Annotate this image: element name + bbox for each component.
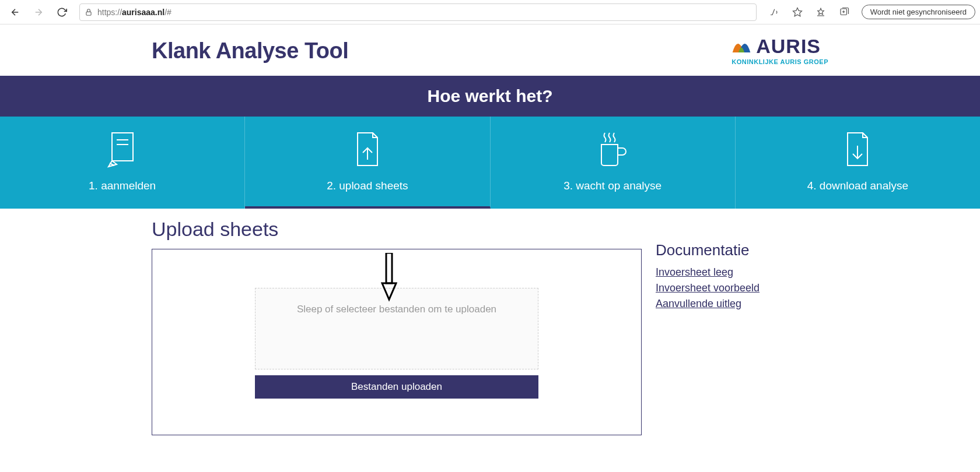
coffee-wait-icon (491, 129, 735, 170)
step-label: 2. upload sheets (245, 179, 489, 192)
dropzone-text: Sleep of selecteer bestanden om te uploa… (297, 304, 496, 315)
svg-rect-7 (112, 133, 133, 161)
docs-links: Invoersheet leeg Invoersheet voorbeeld A… (656, 266, 828, 310)
back-button[interactable] (5, 2, 26, 23)
lock-icon (85, 8, 93, 16)
logo-mark-icon (732, 37, 751, 55)
steps-row: 1. aanmelden 2. upload sheets 3. wacht o… (0, 117, 980, 209)
signup-sheet-icon (0, 129, 244, 170)
svg-rect-0 (86, 12, 91, 15)
download-file-icon (736, 129, 980, 170)
step-download-analyse[interactable]: 4. download analyse (736, 117, 980, 209)
step-label: 1. aanmelden (0, 179, 244, 192)
main-content: Upload sheets Sleep of selecteer bestand… (0, 209, 980, 459)
doc-link-aanvullende-uitleg[interactable]: Aanvullende uitleg (656, 298, 828, 310)
upload-section-title: Upload sheets (152, 218, 642, 241)
step-label: 3. wacht op analyse (491, 179, 735, 192)
svg-marker-2 (818, 8, 824, 15)
step-aanmelden[interactable]: 1. aanmelden (0, 117, 245, 209)
address-bar[interactable]: https://aurisaaa.nl/# (79, 3, 757, 21)
forward-button[interactable] (28, 2, 49, 23)
favorites-menu-icon[interactable] (810, 2, 831, 23)
howto-banner: Hoe werkt het? (0, 76, 980, 117)
read-aloud-icon[interactable] (764, 2, 785, 23)
step-wacht-analyse[interactable]: 3. wacht op analyse (491, 117, 736, 209)
svg-rect-12 (386, 253, 392, 283)
sync-status[interactable]: Wordt niet gesynchroniseerd (862, 5, 975, 19)
url-text: https://aurisaaa.nl/# (97, 8, 172, 17)
favorite-star-icon[interactable] (787, 2, 808, 23)
refresh-button[interactable] (51, 2, 72, 23)
logo-word: AURIS (756, 36, 821, 56)
step-label: 4. download analyse (736, 179, 980, 192)
logo-subtitle: KONINKLIJKE AURIS GROEP (732, 58, 828, 65)
page-title: Klank Analyse Tool (152, 38, 348, 64)
step-upload-sheets[interactable]: 2. upload sheets (245, 117, 490, 209)
doc-link-invoersheet-leeg[interactable]: Invoersheet leeg (656, 266, 828, 279)
auris-logo: AURIS KONINKLIJKE AURIS GROEP (732, 36, 828, 65)
doc-link-invoersheet-voorbeeld[interactable]: Invoersheet voorbeeld (656, 282, 828, 294)
upload-button[interactable]: Bestanden uploaden (255, 375, 538, 399)
page-header: Klank Analyse Tool AURIS KONINKLIJKE AUR… (0, 24, 980, 76)
upload-file-icon (245, 129, 489, 170)
docs-title: Documentatie (656, 241, 828, 259)
collections-icon[interactable] (834, 2, 855, 23)
svg-marker-1 (793, 8, 802, 16)
upload-box: Sleep of selecteer bestanden om te uploa… (152, 249, 642, 435)
browser-toolbar: https://aurisaaa.nl/# Wordt niet gesynch… (0, 0, 980, 24)
file-dropzone[interactable]: Sleep of selecteer bestanden om te uploa… (255, 288, 538, 369)
